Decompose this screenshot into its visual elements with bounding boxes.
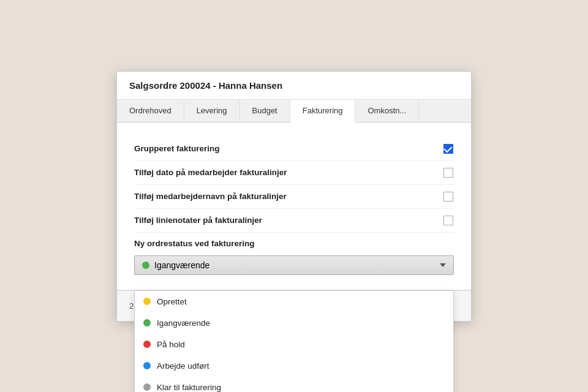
- field-label-grupperet: Grupperet fakturering: [134, 144, 220, 153]
- label-igangvaerende: Igangværende: [157, 318, 210, 328]
- checkbox-wrapper-navn[interactable]: [443, 191, 454, 202]
- field-row-navn: Tilføj medarbejdernavn på fakturalinjer: [134, 185, 454, 209]
- selected-dot: [142, 262, 149, 269]
- field-label-dato: Tilføj dato på medarbejder fakturalinjer: [134, 168, 287, 177]
- field-label-noter: Tilføj linienotater på fakturalinjer: [134, 216, 262, 225]
- checkbox-noter[interactable]: [443, 216, 453, 225]
- dropdown-menu: Oprettet Igangværende På hold Arbejde ud…: [134, 290, 454, 393]
- chevron-down-icon: [440, 263, 446, 267]
- dropdown-item-arbejde-udfoert[interactable]: Arbejde udført: [135, 355, 453, 377]
- dot-arbejde-udfoert: [143, 362, 151, 369]
- form-content: Grupperet fakturering Tilføj dato på med…: [117, 123, 471, 290]
- checkbox-wrapper-grupperet[interactable]: [443, 143, 454, 154]
- dropdown-item-igangvaerende[interactable]: Igangværende: [135, 312, 453, 334]
- checkbox-navn[interactable]: [443, 192, 453, 202]
- label-oprettet: Oprettet: [157, 297, 187, 306]
- tab-levering[interactable]: Levering: [184, 100, 240, 122]
- label-arbejde-udfoert: Arbejde udført: [157, 361, 209, 371]
- modal-title: Salgsordre 200024 - Hanna Hansen: [117, 72, 471, 100]
- modal-window: Salgsordre 200024 - Hanna Hansen Ordreho…: [116, 71, 472, 322]
- field-label-navn: Tilføj medarbejdernavn på fakturalinjer: [134, 192, 287, 201]
- tab-ordrehoved[interactable]: Ordrehoved: [117, 100, 184, 122]
- tab-budget[interactable]: Budget: [240, 100, 290, 122]
- field-row-grupperet: Grupperet fakturering: [134, 137, 454, 161]
- tab-omkostning[interactable]: Omkostn...: [355, 100, 419, 122]
- label-klar-fakturering: Klar til fakturering: [157, 383, 221, 392]
- checkbox-wrapper-dato[interactable]: [443, 167, 454, 178]
- dropdown-select[interactable]: Igangværende: [134, 255, 454, 275]
- selected-label: Igangværende: [154, 260, 209, 270]
- dot-oprettet: [143, 298, 151, 305]
- dropdown-select-left: Igangværende: [142, 260, 209, 270]
- dot-paa-hold: [143, 341, 151, 348]
- label-paa-hold: På hold: [157, 340, 185, 349]
- dropdown-item-oprettet[interactable]: Oprettet: [135, 291, 453, 312]
- dot-klar-fakturering: [143, 383, 151, 391]
- dot-igangvaerende: [143, 319, 151, 326]
- checkbox-wrapper-noter[interactable]: [443, 215, 454, 226]
- checkbox-grupperet[interactable]: [443, 144, 453, 154]
- checkbox-dato[interactable]: [443, 168, 453, 178]
- tab-bar: Ordrehoved Levering Budget Fakturering O…: [117, 100, 471, 123]
- modal-title-text: Salgsordre 200024 - Hanna Hansen: [129, 80, 282, 91]
- field-row-dato: Tilføj dato på medarbejder fakturalinjer: [134, 161, 454, 185]
- dropdown-item-paa-hold[interactable]: På hold: [135, 334, 453, 355]
- dropdown-item-klar-fakturering[interactable]: Klar til fakturering: [135, 377, 453, 393]
- field-row-noter: Tilføj linienotater på fakturalinjer: [134, 209, 454, 233]
- tab-fakturering[interactable]: Fakturering: [290, 100, 356, 123]
- dropdown-label: Ny ordrestatus ved fakturering: [134, 233, 454, 252]
